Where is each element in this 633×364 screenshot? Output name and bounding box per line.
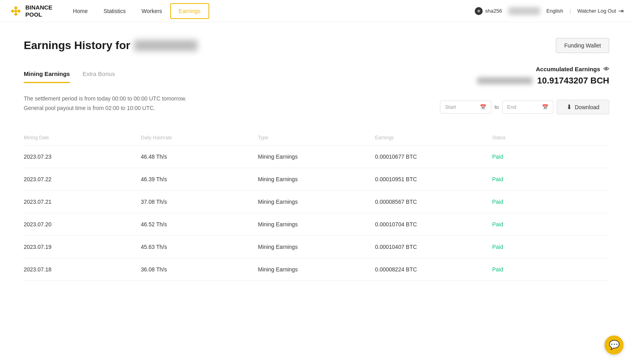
cell-date: 2023.07.19 — [24, 244, 141, 250]
cell-earnings: 0.00010677 BTC — [375, 154, 492, 160]
settlement-info: The settlement period is from today 00:0… — [24, 95, 186, 102]
download-icon: ⬇ — [567, 103, 572, 111]
funding-wallet-button[interactable]: Funding Wallet — [556, 38, 609, 53]
accumulated-value-row: 10.91743207 BCH — [477, 76, 609, 86]
page-header: Earnings History for Funding Wallet — [24, 38, 609, 53]
end-date-input[interactable]: End 📅 — [502, 100, 553, 114]
nav-home[interactable]: Home — [65, 0, 95, 22]
info-section: The settlement period is from today 00:0… — [24, 95, 186, 114]
cell-date: 2023.07.20 — [24, 221, 141, 228]
cell-date: 2023.07.22 — [24, 176, 141, 182]
calendar-icon: 📅 — [480, 104, 486, 110]
header: BINANCE POOL Home Statistics Workers Ear… — [0, 0, 633, 22]
cell-status: Paid — [492, 221, 609, 228]
cell-date: 2023.07.23 — [24, 154, 141, 160]
accumulated-label: Accumulated Earnings 👁 — [477, 66, 609, 72]
cell-earnings: 0.00010407 BTC — [375, 244, 492, 250]
main-content: Earnings History for Funding Wallet Mini… — [0, 22, 633, 297]
cell-hashrate: 45.63 Th/s — [141, 244, 258, 250]
nav-earnings[interactable]: Earnings — [170, 3, 209, 19]
tabs: Mining Earnings Extra Bonus — [24, 66, 127, 83]
lang-divider: | — [570, 8, 571, 14]
logo-text: BINANCE POOL — [25, 4, 52, 18]
col-type: Type — [258, 135, 375, 140]
col-daily-hashrate: Daily Hashrate — [141, 135, 258, 140]
logout-icon: ⇥ — [618, 7, 624, 15]
table-row: 2023.07.19 45.63 Th/s Mining Earnings 0.… — [24, 236, 609, 258]
algo-badge: ⊕ sha256 — [475, 7, 502, 15]
cell-hashrate: 46.52 Th/s — [141, 221, 258, 228]
cell-hashrate: 36.08 Th/s — [141, 266, 258, 273]
table-header: Mining Date Daily Hashrate Type Earnings… — [24, 130, 609, 146]
username-blurred — [134, 40, 197, 51]
calendar-end-icon: 📅 — [542, 104, 548, 110]
cell-date: 2023.07.18 — [24, 266, 141, 273]
cell-status: Paid — [492, 154, 609, 160]
cell-status: Paid — [492, 266, 609, 273]
cell-earnings: 0.00008567 BTC — [375, 199, 492, 205]
tab-extra-bonus[interactable]: Extra Bonus — [83, 66, 115, 83]
table-body: 2023.07.23 46.48 Th/s Mining Earnings 0.… — [24, 146, 609, 281]
earnings-table: Mining Date Daily Hashrate Type Earnings… — [24, 130, 609, 281]
col-earnings: Earnings — [375, 135, 492, 140]
cell-status: Paid — [492, 244, 609, 250]
table-row: 2023.07.18 36.08 Th/s Mining Earnings 0.… — [24, 258, 609, 281]
language-selector[interactable]: English — [546, 8, 563, 14]
col-status: Status — [492, 135, 609, 140]
cell-type: Mining Earnings — [258, 176, 375, 182]
accumulated-amount: 10.91743207 BCH — [537, 76, 609, 86]
cell-type: Mining Earnings — [258, 154, 375, 160]
cell-date: 2023.07.21 — [24, 199, 141, 205]
svg-marker-4 — [14, 9, 18, 13]
filter-row: Start 📅 to End 📅 ⬇ Download — [440, 100, 609, 114]
logo[interactable]: BINANCE POOL — [9, 4, 52, 18]
cell-type: Mining Earnings — [258, 244, 375, 250]
col-mining-date: Mining Date — [24, 135, 141, 140]
toggle-visibility-icon[interactable]: 👁 — [603, 66, 609, 72]
cell-earnings: 0.00008224 BTC — [375, 266, 492, 273]
cell-earnings: 0.00010951 BTC — [375, 176, 492, 182]
binance-logo-icon — [9, 5, 22, 17]
cell-earnings: 0.00010704 BTC — [375, 221, 492, 228]
cell-hashrate: 46.48 Th/s — [141, 154, 258, 160]
table-row: 2023.07.22 46.39 Th/s Mining Earnings 0.… — [24, 168, 609, 191]
cell-type: Mining Earnings — [258, 199, 375, 205]
start-date-input[interactable]: Start 📅 — [440, 100, 491, 114]
cell-hashrate: 46.39 Th/s — [141, 176, 258, 182]
cell-type: Mining Earnings — [258, 266, 375, 273]
page-title: Earnings History for — [24, 39, 197, 52]
cell-status: Paid — [492, 176, 609, 182]
tab-mining-earnings[interactable]: Mining Earnings — [24, 66, 70, 83]
download-button[interactable]: ⬇ Download — [557, 100, 609, 114]
nav-workers[interactable]: Workers — [134, 0, 170, 22]
user-avatar — [508, 7, 540, 15]
cell-type: Mining Earnings — [258, 221, 375, 228]
nav-statistics[interactable]: Statistics — [96, 0, 134, 22]
table-row: 2023.07.20 46.52 Th/s Mining Earnings 0.… — [24, 213, 609, 236]
algo-icon: ⊕ — [475, 7, 483, 15]
accumulated-section: Accumulated Earnings 👁 10.91743207 BCH — [477, 66, 609, 86]
watcher-logout-button[interactable]: Watcher Log Out ⇥ — [577, 7, 624, 15]
header-right: ⊕ sha256 English | Watcher Log Out ⇥ — [475, 7, 624, 15]
table-row: 2023.07.21 37.08 Th/s Mining Earnings 0.… — [24, 191, 609, 213]
table-row: 2023.07.23 46.48 Th/s Mining Earnings 0.… — [24, 146, 609, 168]
cell-hashrate: 37.08 Th/s — [141, 199, 258, 205]
secondary-value-blurred — [477, 77, 533, 84]
tabs-row: Mining Earnings Extra Bonus Accumulated … — [24, 66, 609, 86]
cell-status: Paid — [492, 199, 609, 205]
to-label: to — [495, 104, 499, 110]
payout-info: General pool payout time is from 02:00 t… — [24, 105, 186, 111]
algo-label: sha256 — [485, 8, 502, 14]
main-nav: Home Statistics Workers Earnings — [65, 0, 475, 22]
